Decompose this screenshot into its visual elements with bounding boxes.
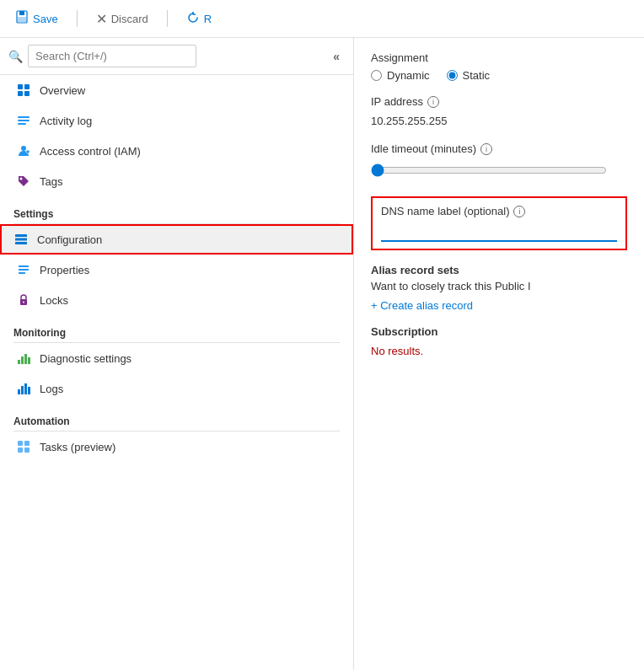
svg-rect-18 — [19, 272, 25, 274]
save-icon — [15, 10, 29, 27]
search-icon: 🔍 — [8, 50, 23, 63]
svg-rect-24 — [28, 357, 30, 364]
svg-rect-32 — [24, 448, 30, 453]
sidebar-item-logs[interactable]: Logs — [0, 373, 353, 404]
search-input[interactable] — [28, 45, 196, 67]
dns-name-input[interactable] — [381, 222, 617, 242]
tasks-icon — [16, 439, 31, 454]
svg-rect-22 — [21, 356, 24, 364]
search-box-container: 🔍 « — [0, 38, 353, 75]
alias-record-sets-section: Alias record sets Want to closely track … — [371, 264, 627, 312]
subscription-section: Subscription No results. — [371, 325, 627, 357]
automation-section-header: Automation — [0, 404, 353, 431]
ip-address-value: 10.255.255.255 — [371, 113, 627, 129]
svg-rect-9 — [18, 123, 26, 125]
main-layout: 🔍 « Overview — [0, 38, 644, 670]
toolbar-divider — [77, 10, 78, 27]
sidebar-item-label: Logs — [40, 383, 63, 395]
ip-address-label: IP address — [371, 95, 423, 108]
sidebar-item-configuration[interactable]: Configuration — [0, 224, 353, 255]
collapse-button[interactable]: « — [328, 46, 345, 67]
sidebar-item-locks[interactable]: Locks — [0, 285, 353, 315]
properties-icon — [16, 262, 31, 277]
idle-timeout-label: Idle timeout (minutes) — [371, 142, 476, 155]
svg-rect-2 — [18, 17, 26, 22]
idle-timeout-label-row: Idle timeout (minutes) i — [371, 142, 627, 155]
diagnostic-icon — [16, 351, 31, 366]
sidebar-item-label: Locks — [40, 294, 68, 307]
sidebar-item-label: Overview — [40, 84, 85, 97]
activity-log-icon — [16, 113, 31, 128]
sidebar-item-tasks[interactable]: Tasks (preview) — [0, 431, 353, 462]
svg-rect-8 — [18, 120, 30, 121]
access-control-icon — [16, 143, 31, 158]
toolbar: Save ✕ Discard R — [0, 0, 644, 38]
svg-rect-31 — [18, 448, 23, 453]
sidebar-item-label: Tasks (preview) — [40, 441, 115, 453]
svg-rect-6 — [24, 91, 30, 96]
content-pane: Assignment Dynamic Static IP address i 1… — [354, 38, 644, 670]
sidebar-item-label: Configuration — [37, 233, 102, 246]
ip-address-field-group: IP address i 10.255.255.255 — [371, 95, 627, 129]
svg-rect-5 — [18, 91, 23, 96]
svg-rect-15 — [15, 242, 27, 244]
svg-rect-4 — [24, 84, 30, 89]
svg-rect-28 — [28, 387, 30, 394]
configuration-icon — [13, 232, 29, 247]
assignment-radio-group: Dynamic Static — [371, 69, 627, 82]
dns-info-icon[interactable]: i — [513, 206, 525, 217]
subscription-title: Subscription — [371, 325, 627, 338]
settings-section-header: Settings — [0, 196, 353, 223]
sidebar-item-label: Activity log — [40, 115, 92, 127]
dns-label: DNS name label (optional) — [381, 205, 509, 217]
toolbar-divider-2 — [167, 10, 168, 27]
sidebar-item-label: Tags — [40, 175, 62, 188]
ip-address-info-icon[interactable]: i — [427, 96, 439, 108]
create-alias-record-link[interactable]: + Create alias record — [371, 299, 473, 312]
discard-icon: ✕ — [96, 11, 107, 27]
static-radio-option[interactable]: Static — [447, 69, 491, 82]
sidebar-item-diagnostic[interactable]: Diagnostic settings — [0, 343, 353, 373]
svg-rect-27 — [24, 383, 27, 394]
assignment-label: Assignment — [371, 51, 627, 64]
svg-point-11 — [26, 150, 30, 153]
sidebar-item-label: Properties — [40, 264, 89, 276]
sidebar-item-overview[interactable]: Overview — [0, 75, 353, 105]
save-label: Save — [33, 13, 58, 25]
sidebar-item-access-control[interactable]: Access control (IAM) — [0, 136, 353, 166]
sidebar-item-label: Access control (IAM) — [40, 145, 141, 158]
svg-rect-25 — [18, 389, 20, 394]
discard-label: Discard — [111, 13, 148, 25]
sidebar-item-properties[interactable]: Properties — [0, 255, 353, 285]
svg-point-20 — [23, 302, 24, 303]
logs-icon — [16, 381, 31, 396]
dns-label-row: DNS name label (optional) i — [381, 205, 617, 217]
alias-description: Want to closely track this Public I — [371, 280, 627, 292]
svg-rect-23 — [24, 354, 27, 364]
no-results-text: No results. — [371, 345, 627, 357]
sidebar-item-activity-log[interactable]: Activity log — [0, 105, 353, 136]
alias-section-title: Alias record sets — [371, 264, 627, 276]
idle-timeout-info-icon[interactable]: i — [480, 143, 492, 155]
ip-address-label-row: IP address i — [371, 95, 627, 108]
idle-timeout-field-group: Idle timeout (minutes) i — [371, 142, 627, 183]
sidebar-item-tags[interactable]: Tags — [0, 166, 353, 196]
save-button[interactable]: Save — [10, 7, 63, 30]
refresh-icon — [186, 11, 200, 27]
dynamic-radio[interactable] — [371, 70, 382, 81]
discard-button[interactable]: ✕ Discard — [91, 8, 153, 30]
monitoring-section-header: Monitoring — [0, 315, 353, 342]
refresh-button[interactable]: R — [181, 8, 217, 30]
svg-rect-3 — [18, 84, 23, 89]
idle-timeout-slider-container — [371, 160, 627, 183]
svg-rect-13 — [15, 234, 27, 237]
dynamic-radio-option[interactable]: Dynamic — [371, 69, 430, 82]
idle-timeout-slider[interactable] — [371, 163, 607, 177]
sidebar-item-label: Diagnostic settings — [40, 352, 131, 365]
tags-icon — [16, 174, 31, 189]
assignment-field-group: Assignment Dynamic Static — [371, 51, 627, 82]
static-radio[interactable] — [447, 70, 458, 81]
svg-rect-7 — [18, 116, 30, 118]
overview-icon — [16, 83, 31, 98]
static-label: Static — [463, 69, 491, 82]
